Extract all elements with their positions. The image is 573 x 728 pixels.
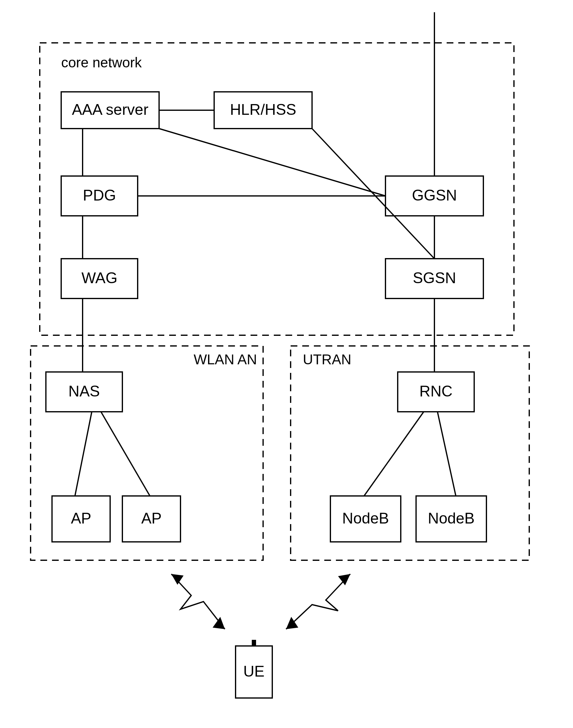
link-rnc-nb1 [364,412,424,496]
ap2-label: AP [141,510,162,527]
core-network-label: core network [61,54,142,70]
ue-label: UE [243,663,264,680]
rnc-label: RNC [419,383,453,400]
network-diagram: core network AAA server HLR/HSS PDG GGSN… [0,0,573,728]
pdg-label: PDG [83,187,116,204]
wireless-link-utran-ue [286,574,350,629]
ggsn-label: GGSN [412,187,457,204]
link-nas-ap2 [101,412,150,496]
link-rnc-nb2 [437,412,456,496]
svg-marker-2 [338,574,350,585]
hlr-hss-label: HLR/HSS [230,101,297,118]
wag-label: WAG [82,270,117,287]
link-nas-ap1 [75,412,92,496]
sgsn-label: SGSN [413,270,456,287]
svg-marker-1 [213,617,225,629]
nodeb1-label: NodeB [342,510,389,527]
wireless-link-wlan-ue [171,574,225,629]
link-aaa-ggsn [159,129,385,196]
wlan-an-label: WLAN AN [194,351,257,368]
aaa-server-label: AAA server [72,101,148,118]
ue-antenna-icon [252,640,256,646]
svg-marker-0 [171,574,184,585]
nas-label: NAS [68,383,100,400]
utran-label: UTRAN [303,351,351,368]
ap1-label: AP [71,510,92,527]
nodeb2-label: NodeB [428,510,475,527]
